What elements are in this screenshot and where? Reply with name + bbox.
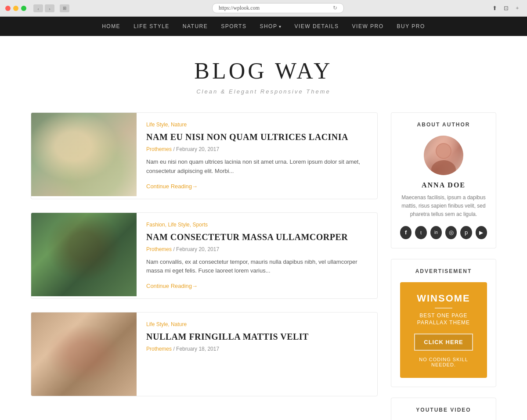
- close-button[interactable]: [5, 6, 11, 11]
- add-tab-icon[interactable]: +: [513, 4, 522, 12]
- post-category-nature[interactable]: Nature: [171, 122, 187, 128]
- site-title: BLOG WAY: [9, 58, 518, 84]
- facebook-icon[interactable]: f: [400, 226, 411, 239]
- post-author[interactable]: Prothemes: [146, 146, 172, 152]
- pinterest-icon[interactable]: p: [460, 226, 472, 239]
- ad-subtitle: BEST ONE PAGE PARALLAX THEME: [407, 312, 480, 327]
- post-author[interactable]: Prothemes: [146, 346, 172, 352]
- nav-buy-pro[interactable]: BUY PRO: [397, 23, 425, 29]
- linkedin-icon[interactable]: in: [430, 226, 442, 239]
- top-navigation: HOME LIFE STYLE NATURE SPORTS SHOP ▾ VIE…: [0, 17, 527, 36]
- post-content: Life Style, Nature NULLAM FRINGILLA MATT…: [137, 312, 377, 396]
- nav-view-pro[interactable]: VIEW PRO: [352, 23, 384, 29]
- advertisement-title: ADVERTISEMENT: [400, 268, 487, 274]
- youtube-play-icon[interactable]: ▶: [476, 226, 487, 239]
- share-icon[interactable]: ⬆: [490, 4, 499, 12]
- shop-dropdown-arrow[interactable]: ▾: [279, 24, 281, 29]
- post-content: Life Style, Nature NAM EU NISI NON QUAM …: [137, 113, 377, 199]
- address-bar[interactable]: https://wplook.com ↻: [212, 3, 344, 13]
- address-bar-wrapper: https://wplook.com ↻: [73, 3, 483, 13]
- new-tab-icon[interactable]: ⊡: [502, 4, 510, 12]
- svg-point-1: [431, 160, 456, 175]
- post-excerpt: Nam eu nisi non quam ultrices lacinia no…: [146, 158, 368, 176]
- twitter-icon[interactable]: t: [415, 226, 426, 239]
- nav-shop[interactable]: SHOP: [260, 23, 277, 29]
- post-title[interactable]: NAM CONSECTETUR MASSA ULLAMCORPER: [146, 231, 368, 243]
- nav-nature[interactable]: NATURE: [183, 23, 208, 29]
- nav-view-details[interactable]: VIEW DETAILS: [294, 23, 339, 29]
- post-title[interactable]: NULLAM FRINGILLA MATTIS VELIT: [146, 331, 368, 342]
- post-category-nature[interactable]: Nature: [171, 321, 187, 327]
- post-categories: Life Style, Nature: [146, 321, 368, 327]
- browser-chrome: ‹ › ⊞ https://wplook.com ↻ ⬆ ⊡ +: [0, 0, 527, 17]
- post-category-lifestyle[interactable]: Life Style: [146, 321, 168, 327]
- browser-action-buttons: ⬆ ⊡ +: [490, 4, 522, 12]
- post-meta: Prothemes / February 20, 2017: [146, 246, 368, 252]
- browser-nav-buttons: ‹ ›: [33, 4, 54, 12]
- ad-footer-text: NO CODING SKILL NEEDED.: [407, 357, 480, 367]
- post-categories: Life Style, Nature: [146, 122, 368, 128]
- post-card: Life Style, Nature NULLAM FRINGILLA MATT…: [31, 312, 378, 396]
- sidebar: ABOUT AUTHOR ANNA DOE Maecenas facilisis…: [391, 112, 496, 420]
- post-title[interactable]: NAM EU NISI NON QUAM ULTRICES LACINIA: [146, 131, 368, 143]
- ad-click-button[interactable]: CLICK HERE: [414, 334, 473, 351]
- refresh-icon[interactable]: ↻: [333, 5, 337, 11]
- post-category-fashion[interactable]: Fashion: [146, 222, 165, 228]
- post-author[interactable]: Prothemes: [146, 246, 172, 252]
- post-content: Fashion, Life Style, Sports NAM CONSECTE…: [137, 213, 377, 299]
- svg-point-2: [437, 144, 451, 158]
- main-layout: Life Style, Nature NAM EU NISI NON QUAM …: [22, 112, 505, 420]
- post-category-lifestyle[interactable]: Life Style: [168, 222, 189, 228]
- site-header: BLOG WAY Clean & Elegant Responsive Them…: [0, 36, 527, 112]
- ad-box: WINSOME BEST ONE PAGE PARALLAX THEME CLI…: [400, 282, 487, 378]
- post-image-woman-dog: [31, 113, 137, 196]
- ad-brand-title: WINSOME: [407, 293, 480, 304]
- about-author-widget: ABOUT AUTHOR ANNA DOE Maecenas facilisis…: [391, 112, 496, 248]
- post-category-lifestyle[interactable]: Life Style: [146, 122, 168, 128]
- post-meta: Prothemes / February 18, 2017: [146, 346, 368, 352]
- post-meta: Prothemes / February 20, 2017: [146, 146, 368, 152]
- post-card: Fashion, Life Style, Sports NAM CONSECTE…: [31, 212, 378, 299]
- post-card: Life Style, Nature NAM EU NISI NON QUAM …: [31, 112, 378, 199]
- youtube-widget-title: YOUTUBE VIDEO: [400, 407, 487, 413]
- maximize-button[interactable]: [21, 6, 26, 11]
- continue-reading-link[interactable]: Continue Reading→: [146, 283, 198, 289]
- site-tagline: Clean & Elegant Responsive Theme: [9, 88, 518, 95]
- post-date: / February 18, 2017: [173, 346, 219, 352]
- nav-home[interactable]: HOME: [102, 23, 120, 29]
- post-image-graduation: [31, 213, 137, 296]
- youtube-widget: YOUTUBE VIDEO: [391, 398, 496, 420]
- social-icons: f t in ◎ p ▶: [400, 226, 487, 239]
- nav-lifestyle[interactable]: LIFE STYLE: [134, 23, 170, 29]
- about-author-title: ABOUT AUTHOR: [400, 122, 487, 128]
- post-excerpt: Nam convallis, ex at consectetur tempor,…: [146, 258, 368, 276]
- post-category-sports[interactable]: Sports: [192, 222, 208, 228]
- author-avatar: [424, 136, 463, 175]
- advertisement-widget: ADVERTISEMENT WINSOME BEST ONE PAGE PARA…: [391, 259, 496, 388]
- ad-divider: [435, 308, 452, 309]
- post-date: / February 20, 2017: [173, 246, 219, 252]
- tab-view-button[interactable]: ⊞: [60, 4, 69, 12]
- nav-shop-wrapper: SHOP ▾: [260, 23, 281, 29]
- traffic-lights: [5, 6, 26, 11]
- url-text: https://wplook.com: [219, 5, 260, 11]
- author-bio: Maecenas facilisis, ipsum a dapibus matt…: [400, 194, 487, 219]
- nav-sports[interactable]: SPORTS: [221, 23, 246, 29]
- author-avatar-image: [424, 136, 463, 175]
- post-categories: Fashion, Life Style, Sports: [146, 222, 368, 228]
- back-button[interactable]: ‹: [33, 4, 43, 12]
- continue-reading-link[interactable]: Continue Reading→: [146, 183, 198, 190]
- instagram-icon[interactable]: ◎: [445, 226, 457, 239]
- forward-button[interactable]: ›: [45, 4, 54, 12]
- minimize-button[interactable]: [13, 6, 18, 11]
- post-date: / February 20, 2017: [173, 146, 219, 152]
- author-name: ANNA DOE: [400, 181, 487, 189]
- posts-area: Life Style, Nature NAM EU NISI NON QUAM …: [31, 112, 378, 420]
- post-image-gym: [31, 312, 137, 396]
